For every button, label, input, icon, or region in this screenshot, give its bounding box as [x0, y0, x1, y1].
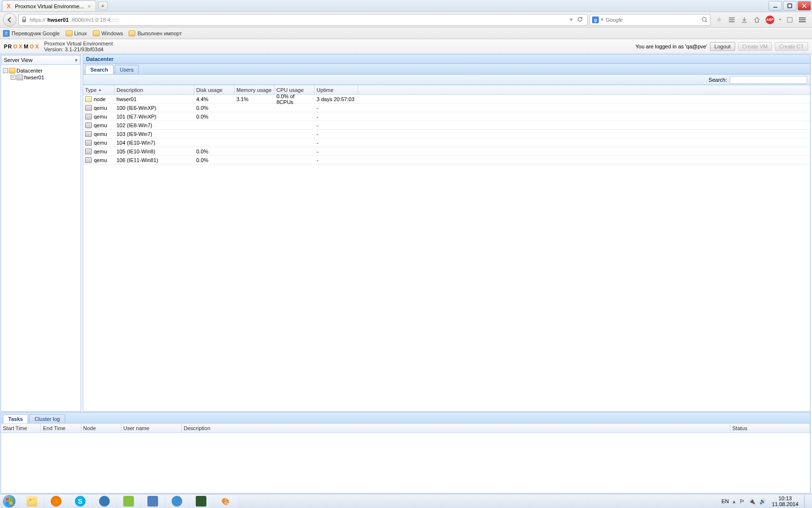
bookmarks-list-icon[interactable]: [728, 16, 736, 24]
col-start-time[interactable]: Start Time: [1, 424, 41, 433]
tray-chevron-icon[interactable]: ▴: [733, 498, 736, 505]
maximize-button[interactable]: [783, 1, 797, 11]
taskbar-firefox[interactable]: [44, 495, 68, 508]
nav-toolbar: https://hwser01:8006/#v1:0:18:4:::::: ▾ …: [0, 12, 812, 28]
bookmark-item[interactable]: 文Переводчик Google: [3, 30, 60, 37]
system-tray: EN ▴ 🏳 🔌 🔊 10:13 11.08.2014: [718, 495, 812, 508]
show-desktop-button[interactable]: [804, 495, 808, 508]
col-node[interactable]: Node: [81, 424, 121, 433]
svg-rect-16: [6, 502, 9, 505]
back-button[interactable]: [3, 13, 16, 27]
grid-body: nodehwser014.4%3.1%0.0% of 8CPUs3 days 2…: [83, 95, 810, 411]
col-disk[interactable]: Disk usage: [194, 85, 234, 94]
home-icon[interactable]: [753, 16, 761, 24]
bookmark-item[interactable]: Windows: [93, 30, 123, 36]
create-vm-button[interactable]: Create VM: [738, 42, 772, 51]
folder-icon: [66, 30, 72, 36]
table-row[interactable]: qemu103 (IE9-Win7)-: [83, 130, 810, 138]
dropdown-icon[interactable]: ▾: [570, 16, 573, 23]
close-window-button[interactable]: [798, 1, 811, 11]
start-button[interactable]: [0, 494, 18, 508]
taskbar-apps: 📁 S 🎨: [18, 495, 237, 508]
search-icon[interactable]: [701, 16, 708, 23]
resource-grid: Type▲ Description Disk usage Memory usag…: [83, 85, 811, 412]
tab-search[interactable]: Search: [85, 65, 114, 74]
window-controls: [768, 1, 812, 11]
logout-button[interactable]: Logout: [710, 42, 735, 51]
downloads-icon[interactable]: [740, 16, 748, 24]
close-tab-icon[interactable]: ×: [87, 3, 91, 9]
power-icon[interactable]: 🔌: [749, 498, 755, 505]
dropdown-icon: ▾: [75, 57, 78, 63]
tab-users[interactable]: Users: [115, 65, 139, 74]
flag-icon[interactable]: 🏳: [740, 498, 745, 504]
create-ct-button[interactable]: Create CT: [775, 42, 808, 51]
svg-rect-10: [787, 17, 792, 22]
bookmark-label: Linux: [74, 30, 87, 36]
expand-icon[interactable]: +: [11, 75, 15, 80]
translate-icon: 文: [3, 30, 10, 37]
proxmox-header: PROXMOX Proxmox Virtual Environment Vers…: [0, 39, 812, 54]
url-bar[interactable]: https://hwser01:8006/#v1:0:18:4:::::: ▾: [18, 14, 588, 26]
browser-tab[interactable]: X Proxmox Virtual Environme... ×: [2, 0, 96, 11]
url-host: hwser01: [47, 17, 69, 23]
taskbar-paint[interactable]: 🎨: [214, 495, 237, 508]
bookmarks-bar: 文Переводчик Google Linux Windows Выполне…: [0, 28, 812, 39]
folder-icon: [93, 30, 100, 36]
search-box[interactable]: g ▾: [590, 14, 710, 26]
breadcrumb: Datacenter: [83, 54, 811, 64]
volume-icon[interactable]: 🔊: [759, 498, 766, 505]
menu-icon[interactable]: [798, 16, 806, 24]
bookmark-item[interactable]: Выполнен импорт: [129, 30, 182, 36]
taskbar-app[interactable]: [165, 495, 188, 508]
dropdown-icon[interactable]: ▾: [601, 16, 604, 23]
table-row[interactable]: nodehwser014.4%3.1%0.0% of 8CPUs3 days 2…: [83, 95, 810, 104]
minimize-button[interactable]: [768, 1, 782, 11]
login-status: You are logged in as 'qa@pve': [636, 44, 707, 49]
col-status[interactable]: Status: [730, 424, 810, 433]
taskbar-app[interactable]: [93, 495, 116, 508]
col-memory[interactable]: Memory usage: [234, 85, 275, 94]
reload-button[interactable]: [575, 16, 585, 24]
svg-rect-1: [788, 4, 792, 8]
puzzle-icon[interactable]: [786, 16, 794, 24]
folder-icon: [9, 68, 15, 74]
taskbar-app[interactable]: [189, 495, 213, 508]
col-description[interactable]: Description: [115, 85, 194, 94]
dropdown-icon[interactable]: ▾: [779, 17, 781, 22]
tree-node-datacenter[interactable]: − Datacenter: [2, 67, 80, 74]
taskbar-app[interactable]: [141, 495, 164, 508]
tab-tasks[interactable]: Tasks: [3, 414, 28, 423]
table-row[interactable]: qemu106 (IE11-Win81)0.0%-: [83, 156, 810, 164]
vm-icon: [85, 105, 92, 111]
table-row[interactable]: qemu105 (IE10-Win8)0.0%-: [83, 147, 810, 156]
bookmark-item[interactable]: Linux: [66, 30, 87, 36]
col-user[interactable]: User name: [121, 424, 182, 433]
table-row[interactable]: qemu101 (IE7-WinXP)0.0%-: [83, 112, 810, 121]
sort-asc-icon: ▲: [98, 88, 102, 92]
bookmark-star-icon[interactable]: ☆: [715, 16, 723, 24]
taskbar-skype[interactable]: S: [69, 495, 92, 508]
tree-node-hwser01[interactable]: + hwser01: [2, 74, 80, 81]
tab-cluster-log[interactable]: Cluster log: [29, 414, 65, 423]
table-row[interactable]: qemu100 (IE6-WinXP)0.0%-: [83, 104, 810, 112]
search-input[interactable]: [606, 17, 699, 23]
adblock-icon[interactable]: ABP: [766, 15, 774, 24]
collapse-icon[interactable]: −: [3, 68, 8, 73]
svg-rect-9: [729, 21, 735, 22]
language-indicator[interactable]: EN: [722, 498, 729, 504]
table-row[interactable]: qemu102 (IE8-Win7)-: [83, 121, 810, 130]
col-type[interactable]: Type▲: [83, 85, 115, 94]
clock[interactable]: 10:13 11.08.2014: [770, 495, 800, 507]
col-uptime[interactable]: Uptime: [315, 85, 358, 94]
col-description[interactable]: Description: [182, 424, 730, 433]
col-end-time[interactable]: End Time: [41, 424, 81, 433]
search-label: Search:: [709, 77, 727, 83]
new-tab-button[interactable]: +: [98, 1, 108, 10]
grid-search-input[interactable]: [730, 76, 807, 84]
taskbar-app[interactable]: [117, 495, 140, 508]
view-selector[interactable]: Server View ▾: [1, 55, 80, 65]
table-row[interactable]: qemu104 (IE10-Win7)-: [83, 138, 810, 147]
taskbar-explorer[interactable]: 📁: [20, 495, 44, 508]
url-rest: :8006/#v1:0:18:4::::::: [71, 17, 119, 23]
